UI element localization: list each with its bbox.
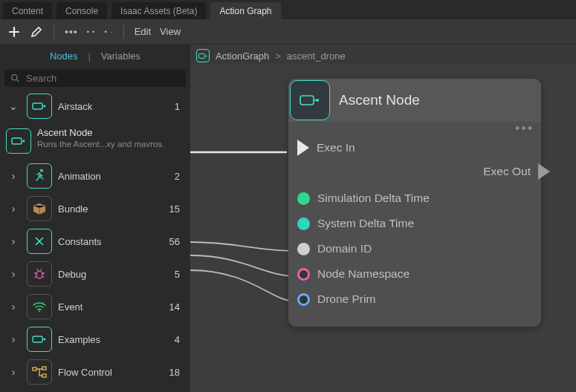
port-label: Simulation Delta Time <box>317 192 430 205</box>
more-small-icon[interactable]: • · <box>105 28 113 36</box>
graph-node-ascent[interactable]: Ascent Node ••• Exec In Exec Out Simulat… <box>288 79 541 327</box>
port-exec-out[interactable]: Exec Out <box>483 163 550 180</box>
tab-action-graph[interactable]: Action Graph <box>210 2 280 19</box>
search-icon <box>10 74 20 83</box>
port-node-namespace[interactable]: Node Namespace <box>297 261 532 287</box>
graph-canvas[interactable]: Ascent Node ••• Exec In Exec Out Simulat… <box>190 64 576 392</box>
svg-rect-10 <box>42 367 46 370</box>
tab-isaac-assets[interactable]: Isaac Assets (Beta) <box>111 2 206 19</box>
port-label: Node Namespace <box>317 267 410 281</box>
port-dot <box>297 218 310 230</box>
port-dot <box>297 268 310 281</box>
menu-edit[interactable]: Edit <box>135 26 151 37</box>
category-label: Event <box>58 301 156 313</box>
subtab-variables[interactable]: Variables <box>101 50 140 62</box>
svg-point-4 <box>23 140 25 143</box>
svg-rect-12 <box>199 53 205 58</box>
run-icon <box>27 163 52 189</box>
breadcrumb-current: ascent_drone <box>287 50 346 62</box>
port-exec-in[interactable]: Exec In <box>297 135 532 160</box>
exec-out-icon <box>538 163 550 180</box>
category-flow-control[interactable]: › Flow Control 18 <box>0 356 186 388</box>
port-dot <box>297 243 310 255</box>
more-large-icon[interactable]: ••• <box>65 26 78 38</box>
category-debug[interactable]: › Debug 5 <box>0 258 186 290</box>
search-input[interactable] <box>26 73 180 84</box>
svg-rect-7 <box>33 336 42 342</box>
search-box[interactable] <box>4 70 186 87</box>
node-item-name: Ascent Node <box>37 127 164 138</box>
toolbar-separator <box>54 25 54 39</box>
category-event[interactable]: › Event 14 <box>0 290 186 323</box>
node-item-desc: Runs the Ascent...xy and mavros. <box>37 140 164 148</box>
breadcrumb-sep: > <box>275 50 281 62</box>
node-icon <box>27 94 52 119</box>
category-constants[interactable]: › Constants 56 <box>0 225 186 258</box>
wifi-icon <box>27 294 52 319</box>
port-sim-delta[interactable]: Simulation Delta Time <box>297 186 532 211</box>
x-icon <box>27 229 52 254</box>
chevron-right-icon: › <box>6 333 21 345</box>
subtab-separator: | <box>88 50 90 62</box>
category-count: 4 <box>162 334 180 345</box>
chevron-right-icon: › <box>6 170 21 182</box>
chevron-right-icon: › <box>6 301 21 313</box>
add-icon[interactable] <box>7 25 21 39</box>
category-count: 18 <box>162 367 180 378</box>
port-label: Drone Prim <box>317 293 375 306</box>
more-medium-icon[interactable]: • • <box>87 28 96 36</box>
node-tree: ⌄ Airstack 1 Ascent Node Runs the Ascent… <box>0 90 190 392</box>
flow-icon <box>27 359 52 385</box>
node-icon <box>27 327 52 352</box>
svg-rect-9 <box>33 368 36 370</box>
port-label: Exec Out <box>483 165 531 178</box>
graph-panel: ActionGraph > ascent_drone Ascent Node •… <box>190 45 576 392</box>
svg-rect-3 <box>12 138 22 144</box>
breadcrumb: ActionGraph > ascent_drone <box>196 49 346 62</box>
box-icon <box>27 196 52 221</box>
subtab-nodes[interactable]: Nodes <box>50 50 78 62</box>
category-label: Airstack <box>58 101 156 112</box>
node-icon <box>290 80 330 120</box>
svg-rect-1 <box>33 103 42 109</box>
toolbar: ••• • • • · Edit View <box>0 19 576 45</box>
port-label: System Delta Time <box>317 217 414 230</box>
node-palette: Nodes | Variables ⌄ Airstack 1 <box>0 45 190 392</box>
menu-view[interactable]: View <box>160 26 181 37</box>
port-label: Exec In <box>317 141 355 154</box>
tab-content[interactable]: Content <box>3 2 52 19</box>
port-domain-id[interactable]: Domain ID <box>297 236 532 261</box>
chevron-right-icon: › <box>6 235 21 247</box>
svg-point-13 <box>206 55 207 56</box>
port-drone-prim[interactable]: Drone Prim <box>297 287 532 312</box>
svg-point-2 <box>44 105 46 108</box>
category-label: Animation <box>58 171 156 182</box>
category-bundle[interactable]: › Bundle 15 <box>0 192 186 225</box>
tab-console[interactable]: Console <box>56 2 107 19</box>
node-item-ascent[interactable]: Ascent Node Runs the Ascent...xy and mav… <box>0 122 186 160</box>
edit-icon[interactable] <box>30 25 43 39</box>
graph-icon <box>196 49 210 62</box>
port-sys-delta[interactable]: System Delta Time <box>297 211 532 236</box>
svg-point-5 <box>36 271 42 278</box>
node-title: Ascent Node <box>339 92 420 108</box>
breadcrumb-root[interactable]: ActionGraph <box>216 50 269 62</box>
svg-point-15 <box>316 99 319 102</box>
svg-rect-14 <box>300 96 314 105</box>
panel-tabs: Content Console Isaac Assets (Beta) Acti… <box>0 0 576 19</box>
toolbar-separator-2 <box>123 25 124 39</box>
category-airstack[interactable]: ⌄ Airstack 1 <box>0 90 186 122</box>
svg-point-0 <box>12 75 17 80</box>
svg-rect-11 <box>42 374 46 377</box>
category-label: Debug <box>58 269 156 280</box>
category-count: 1 <box>162 101 180 112</box>
category-examples[interactable]: › Examples 4 <box>0 323 186 356</box>
port-label: Domain ID <box>317 242 372 255</box>
category-label: Examples <box>58 334 156 345</box>
chevron-right-icon: › <box>6 366 21 378</box>
category-label: Flow Control <box>58 367 156 378</box>
node-header[interactable]: Ascent Node ••• <box>288 79 541 122</box>
category-animation[interactable]: › Animation 2 <box>0 160 186 192</box>
port-dot <box>297 293 310 306</box>
chevron-right-icon: › <box>6 268 21 280</box>
